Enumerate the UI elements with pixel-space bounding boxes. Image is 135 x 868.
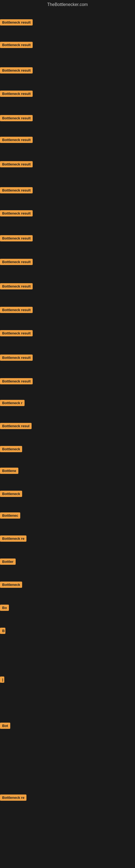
bottleneck-result-item: Bottlene bbox=[0, 468, 18, 475]
bottleneck-result-item: Bottleneck result bbox=[0, 187, 33, 194]
bottleneck-badge: Bottlene bbox=[0, 468, 18, 474]
bottleneck-result-item: Bottler bbox=[0, 558, 16, 566]
bottleneck-result-item: Bottleneck bbox=[0, 582, 22, 589]
bottleneck-badge: Bottlenec bbox=[0, 513, 20, 519]
bottleneck-badge: Bottleneck result bbox=[0, 378, 33, 384]
bottleneck-badge: Bottleneck result bbox=[0, 187, 33, 193]
bottleneck-badge: Bottleneck result bbox=[0, 42, 33, 48]
bottleneck-result-item: Bottleneck result bbox=[0, 283, 33, 290]
bottleneck-badge: Bo bbox=[0, 604, 9, 611]
bottleneck-result-item: Bottlenec bbox=[0, 513, 20, 520]
bottleneck-badge: Bottleneck r bbox=[0, 400, 25, 406]
bottleneck-badge: Bottleneck re bbox=[0, 795, 27, 801]
bottleneck-badge: Bottleneck result bbox=[0, 235, 33, 241]
bottleneck-result-item: B bbox=[0, 628, 5, 635]
bottleneck-result-item: Bottleneck result bbox=[0, 137, 33, 144]
bottleneck-result-item: Bottleneck result bbox=[0, 91, 33, 98]
bottleneck-result-item: Bottleneck result bbox=[0, 19, 33, 27]
bottleneck-badge: Bottleneck result bbox=[0, 354, 33, 361]
bottleneck-badge: Bottleneck result bbox=[0, 210, 33, 216]
bottleneck-badge: Bottleneck re bbox=[0, 535, 27, 542]
bottleneck-badge: Bottleneck result bbox=[0, 161, 33, 167]
site-title: TheBottlenecker.com bbox=[0, 0, 135, 9]
bottleneck-badge: Bottleneck result bbox=[0, 19, 33, 26]
bottleneck-result-item: Bottleneck resul bbox=[0, 423, 32, 430]
bottleneck-result-item: Bottleneck result bbox=[0, 115, 33, 122]
bottleneck-badge: Bottleneck result bbox=[0, 115, 33, 121]
bottleneck-result-item: Bottleneck re bbox=[0, 535, 27, 543]
bottleneck-badge: Bottleneck result bbox=[0, 91, 33, 97]
bottleneck-result-item: Bottleneck r bbox=[0, 400, 25, 407]
bottleneck-badge: Bottleneck result bbox=[0, 67, 33, 73]
bottleneck-badge: B bbox=[0, 628, 5, 634]
bottleneck-badge: Bottleneck result bbox=[0, 330, 33, 336]
bottleneck-result-item: Bottleneck bbox=[0, 446, 22, 453]
bottleneck-result-item: Bottleneck result bbox=[0, 330, 33, 337]
bottleneck-badge: Bottleneck bbox=[0, 582, 22, 588]
bottleneck-badge: Bottleneck result bbox=[0, 137, 33, 143]
bottleneck-badge: Bottleneck resul bbox=[0, 423, 32, 429]
bottleneck-result-item: Bottleneck result bbox=[0, 378, 33, 385]
bottleneck-result-item: Bottleneck result bbox=[0, 354, 33, 362]
bottleneck-result-item: Bottleneck result bbox=[0, 259, 33, 266]
bottleneck-result-item: Bottleneck result bbox=[0, 42, 33, 49]
bottleneck-badge: Bottler bbox=[0, 558, 16, 565]
bottleneck-badge: Bottleneck result bbox=[0, 259, 33, 265]
bottleneck-result-item: Bot bbox=[0, 723, 10, 730]
bottleneck-result-item: Bottleneck re bbox=[0, 795, 27, 802]
bottleneck-result-item: Bo bbox=[0, 604, 9, 612]
bottleneck-result-item: Bottleneck bbox=[0, 491, 22, 498]
bottleneck-badge: Bottleneck result bbox=[0, 307, 33, 313]
bottleneck-result-item: Bottleneck result bbox=[0, 235, 33, 243]
bottleneck-badge: Bot bbox=[0, 723, 10, 729]
bottleneck-badge: Bottleneck bbox=[0, 491, 22, 497]
bottleneck-result-item: Bottleneck result bbox=[0, 210, 33, 218]
bottleneck-result-item: Bottleneck result bbox=[0, 307, 33, 314]
bottleneck-result-item: Bottleneck result bbox=[0, 67, 33, 74]
bottleneck-result-item: | bbox=[0, 677, 4, 684]
bottleneck-badge: | bbox=[0, 677, 4, 683]
bottleneck-result-item: Bottleneck result bbox=[0, 161, 33, 168]
bottleneck-badge: Bottleneck result bbox=[0, 283, 33, 289]
bottleneck-badge: Bottleneck bbox=[0, 446, 22, 452]
